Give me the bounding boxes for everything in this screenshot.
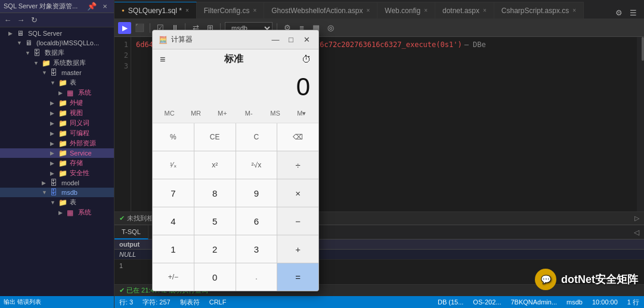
tree-arrow-systable: ▶ (58, 90, 67, 96)
tab-close-csharp[interactable]: × (572, 7, 576, 14)
tree-item-system-dbs[interactable]: ▼ 📁 系统数据库 (0, 58, 114, 68)
tree-item-service[interactable]: ▶ 📁 Service (0, 148, 114, 158)
line-1: 1 (118, 39, 128, 50)
left-status-text: 输出 错误列表 (4, 298, 41, 306)
maximize-button[interactable]: □ (285, 34, 297, 46)
tab-ghost[interactable]: GhostWebshellofAction.aspx × (264, 2, 377, 18)
tree-arrow-prog: ▶ (50, 130, 58, 136)
tree-arrow-synonyms: ▶ (50, 120, 58, 126)
forward-button[interactable]: → (16, 15, 26, 26)
run-button[interactable]: ▶ (118, 22, 131, 34)
close-panel-button[interactable]: × (100, 1, 110, 12)
mem-ms-button[interactable]: MS (262, 105, 288, 122)
calc-8-button[interactable]: 8 (194, 179, 236, 207)
tree-item-synonyms[interactable]: ▶ 📁 同义词 (0, 118, 114, 128)
tab-csharp[interactable]: CsharpScript.aspx.cs × (494, 2, 584, 18)
tab-dotnet[interactable]: dotnet.aspx × (435, 2, 494, 18)
calc-5-button[interactable]: 5 (194, 207, 236, 235)
mem-mplus-button[interactable]: M+ (209, 105, 236, 122)
folder-icon-msdb-tables: 📁 (58, 198, 68, 207)
calc-ce-button[interactable]: CE (194, 123, 236, 151)
tab-close-filterconfig[interactable]: × (253, 7, 256, 14)
tree-item-msdb[interactable]: ▼ 🗄 msdb (0, 188, 114, 197)
tab-close-ghost[interactable]: × (366, 7, 370, 14)
pin-button[interactable]: 📌 (86, 1, 97, 12)
calc-subtract-button[interactable]: − (277, 207, 318, 235)
calc-backspace-button[interactable]: ⌫ (277, 123, 318, 151)
stop-button[interactable]: ⬛ (134, 22, 145, 34)
calc-3-button[interactable]: 3 (236, 235, 277, 263)
main-bottom-status: 行: 3 字符: 257 制表符 CRLF DB (15... OS-202..… (114, 296, 644, 308)
tree-item-msdb-systable[interactable]: ▶ ▦ 系统 (0, 207, 114, 217)
calc-percent-button[interactable]: % (153, 123, 194, 151)
tree-item-msdb-tables[interactable]: ▼ 📁 表 (0, 197, 114, 207)
mem-mminus-button[interactable]: M- (236, 105, 262, 122)
calc-equals-button[interactable]: = (277, 263, 318, 291)
tree-label-synonyms: 同义词 (70, 119, 114, 127)
calc-2-button[interactable]: 2 (194, 235, 236, 263)
tab-filterconfig[interactable]: FilterConfig.cs × (197, 2, 265, 18)
calc-decimal-button[interactable]: . (236, 263, 277, 291)
settings-icon[interactable]: ⚙ (613, 7, 625, 18)
mem-mr-button[interactable]: MR (182, 105, 209, 122)
hamburger-button[interactable]: ≡ (160, 54, 165, 65)
more-icon[interactable]: ☰ (627, 7, 639, 18)
tree-item-tables[interactable]: ▼ 📁 表 (0, 77, 114, 88)
left-panel-title: SQL Server 对象资源管... 📌 × (0, 0, 114, 13)
tree-item-fk[interactable]: ▶ 📁 外键 (0, 98, 114, 108)
tree-label-tables: 表 (70, 78, 114, 87)
calc-9-button[interactable]: 9 (236, 179, 277, 207)
calc-negate-button[interactable]: +/− (153, 263, 194, 291)
folder-icon-fk: 📁 (58, 99, 68, 107)
expand-arrow[interactable]: ◁ (634, 228, 644, 237)
back-button[interactable]: ← (2, 15, 13, 26)
tab-webconfig[interactable]: Web.config × (377, 2, 435, 18)
calc-title-text: 计算器 (171, 35, 193, 45)
calc-reciprocal-button[interactable]: ¹⁄ₓ (153, 151, 194, 179)
calc-multiply-button[interactable]: × (277, 179, 318, 207)
tab-close-dotnet[interactable]: × (483, 7, 487, 14)
calc-6-button[interactable]: 6 (236, 207, 277, 235)
tree-item-sqlserver[interactable]: ▶ 🖥 SQL Server (0, 29, 114, 38)
tree-item-views[interactable]: ▶ 📁 视图 (0, 108, 114, 118)
tree-item-storage[interactable]: ▶ 📁 存储 (0, 158, 114, 168)
toolbar-btn-8[interactable]: ◎ (324, 22, 336, 34)
tree-item-localdb[interactable]: ▼ 🖥 (localdb)\MSSQLLo... (0, 38, 114, 48)
tree-item-security[interactable]: ▶ 📁 安全性 (0, 168, 114, 178)
mem-mc-button[interactable]: MC (156, 105, 182, 122)
history-button[interactable]: ⏱ (302, 54, 311, 65)
left-status: 输出 错误列表 (0, 296, 114, 308)
right-scrollbar[interactable] (637, 37, 644, 211)
tree-item-databases[interactable]: ▼ 🗄 数据库 (0, 48, 114, 58)
calc-4-button[interactable]: 4 (153, 207, 194, 235)
refresh-button[interactable]: ↻ (29, 15, 39, 26)
tree-item-master[interactable]: ▼ 🗄 master (0, 68, 114, 77)
tree-item-model[interactable]: ▶ 🗄 model (0, 178, 114, 188)
mem-mdown-button[interactable]: M▾ (289, 105, 315, 122)
folder-icon-ext: 📁 (58, 139, 68, 148)
tab-close-webconfig[interactable]: × (424, 7, 428, 14)
calc-square-button[interactable]: x² (194, 151, 236, 179)
tree-label-prog: 可编程 (70, 129, 114, 138)
calc-add-button[interactable]: + (277, 235, 318, 263)
watermark-emoji: 💬 (541, 275, 551, 284)
tab-sqlquery1[interactable]: ● SQLQuery1.sql * × (114, 2, 197, 18)
calc-0-button[interactable]: 0 (194, 263, 236, 291)
tree-item-programmable[interactable]: ▶ 📁 可编程 (0, 128, 114, 138)
tab-close-sqlquery1[interactable]: × (185, 7, 189, 14)
status-rows: 1 行 (627, 298, 639, 307)
calc-7-button[interactable]: 7 (153, 179, 194, 207)
bottom-tab-tsql[interactable]: T-SQL (114, 225, 148, 239)
calc-divide-button[interactable]: ÷ (277, 151, 318, 179)
code-comment-dbe: — DBe (465, 39, 486, 50)
modified-dot: ● (122, 8, 125, 13)
tree-arrow-security: ▶ (50, 170, 58, 176)
calc-sqrt-button[interactable]: ²√x (236, 151, 277, 179)
calc-1-button[interactable]: 1 (153, 235, 194, 263)
minimize-button[interactable]: — (270, 34, 281, 46)
tab-bar: ● SQLQuery1.sql * × FilterConfig.cs × Gh… (114, 0, 644, 19)
close-button[interactable]: ✕ (301, 34, 312, 46)
calc-c-button[interactable]: C (236, 123, 277, 151)
tree-item-system-table[interactable]: ▶ ▦ 系统 (0, 88, 114, 98)
tree-item-external[interactable]: ▶ 📁 外部资源 (0, 138, 114, 148)
